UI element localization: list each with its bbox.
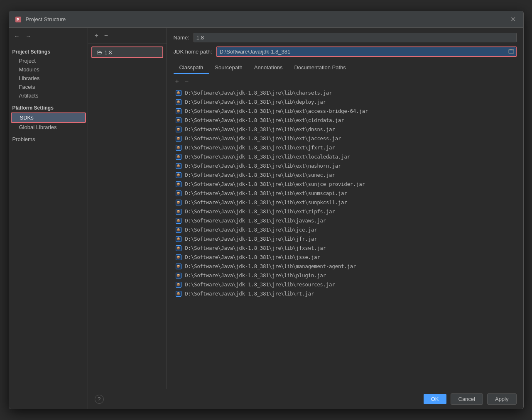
- file-item[interactable]: 📦 D:\Software\Java\jdk-1.8_381\jre\lib\e…: [174, 152, 517, 161]
- jar-file-icon: 📦: [175, 227, 182, 233]
- file-item[interactable]: 📦 D:\Software\Java\jdk-1.8_381\jre\lib\e…: [174, 207, 517, 216]
- sdk-item-label: 1.8: [105, 49, 112, 56]
- jar-file-icon: 📦: [175, 181, 182, 188]
- file-path: D:\Software\Java\jdk-1.8_381\jre\lib\rt.…: [185, 291, 314, 297]
- sidebar: ← → Project Settings Project Modules Lib…: [9, 28, 88, 409]
- file-item[interactable]: 📦 D:\Software\Java\jdk-1.8_381\jre\lib\e…: [174, 198, 517, 207]
- file-item[interactable]: 📦 D:\Software\Java\jdk-1.8_381\jre\lib\e…: [174, 189, 517, 198]
- classpath-add-button[interactable]: +: [174, 77, 181, 86]
- file-path: D:\Software\Java\jdk-1.8_381\jre\lib\ext…: [185, 209, 335, 215]
- file-item[interactable]: 📦 D:\Software\Java\jdk-1.8_381\jre\lib\j…: [174, 253, 517, 262]
- sidebar-item-global-libraries[interactable]: Global Libraries: [9, 123, 88, 132]
- jar-file-icon: 📦: [175, 199, 182, 206]
- file-path: D:\Software\Java\jdk-1.8_381\jre\lib\ext…: [185, 117, 344, 123]
- sidebar-item-problems[interactable]: Problems: [9, 135, 88, 144]
- file-item[interactable]: 📦 D:\Software\Java\jdk-1.8_381\jre\lib\e…: [174, 180, 517, 189]
- jar-file-icon: 📦: [175, 263, 182, 270]
- jar-file-icon: 📦: [175, 144, 182, 151]
- file-path: D:\Software\Java\jdk-1.8_381\jre\lib\cha…: [185, 90, 332, 96]
- file-item[interactable]: 📦 D:\Software\Java\jdk-1.8_381\jre\lib\r…: [174, 280, 517, 289]
- file-item[interactable]: 📦 D:\Software\Java\jdk-1.8_381\jre\lib\e…: [174, 171, 517, 180]
- jar-file-icon: 📦: [175, 90, 182, 96]
- jar-file-icon: 📦: [175, 108, 182, 115]
- jar-file-icon: 📦: [175, 163, 182, 169]
- jar-file-icon: 📦: [175, 254, 182, 261]
- jar-file-icon: 📦: [175, 190, 182, 197]
- file-path: D:\Software\Java\jdk-1.8_381\jre\lib\ext…: [185, 154, 350, 160]
- file-item[interactable]: 📦 D:\Software\Java\jdk-1.8_381\jre\lib\p…: [174, 271, 517, 280]
- name-row: Name:: [167, 33, 523, 46]
- help-button[interactable]: ?: [95, 395, 104, 404]
- sidebar-item-facets[interactable]: Facets: [9, 83, 88, 91]
- tabs-row: Classpath Sourcepath Annotations Documen…: [167, 62, 523, 74]
- jar-file-icon: 📦: [175, 126, 182, 133]
- sidebar-item-artifacts[interactable]: Artifacts: [9, 91, 88, 100]
- jar-file-icon: 📦: [175, 208, 182, 215]
- file-path: D:\Software\Java\jdk-1.8_381\jre\lib\ext…: [185, 145, 335, 151]
- file-item[interactable]: 📦 D:\Software\Java\jdk-1.8_381\jre\lib\c…: [174, 88, 517, 98]
- file-path: D:\Software\Java\jdk-1.8_381\jre\lib\jav…: [185, 218, 326, 224]
- file-item[interactable]: 📦 D:\Software\Java\jdk-1.8_381\jre\lib\d…: [174, 98, 517, 107]
- file-path: D:\Software\Java\jdk-1.8_381\jre\lib\ext…: [185, 136, 341, 142]
- jar-file-icon: 📦: [175, 99, 182, 105]
- file-item[interactable]: 📦 D:\Software\Java\jdk-1.8_381\jre\lib\j…: [174, 234, 517, 244]
- jar-file-icon: 📦: [175, 272, 182, 279]
- titlebar: P Project Structure ✕: [9, 11, 523, 28]
- sidebar-item-sdks[interactable]: SDKs: [11, 112, 86, 123]
- file-path: D:\Software\Java\jdk-1.8_381\jre\lib\ext…: [185, 172, 335, 178]
- ok-button[interactable]: OK: [424, 394, 446, 404]
- jdk-path-input[interactable]: [217, 47, 516, 56]
- jar-file-icon: 📦: [175, 245, 182, 252]
- jar-file-icon: 📦: [175, 236, 182, 242]
- file-item[interactable]: 📦 D:\Software\Java\jdk-1.8_381\jre\lib\e…: [174, 143, 517, 152]
- tab-classpath[interactable]: Classpath: [174, 62, 209, 74]
- file-path: D:\Software\Java\jdk-1.8_381\jre\lib\jss…: [185, 254, 320, 260]
- file-path: D:\Software\Java\jdk-1.8_381\jre\lib\jfr…: [185, 236, 317, 242]
- file-item[interactable]: 📦 D:\Software\Java\jdk-1.8_381\jre\lib\j…: [174, 244, 517, 253]
- jdk-browse-button[interactable]: [507, 47, 515, 56]
- jdk-label: JDK home path:: [174, 49, 212, 55]
- file-path: D:\Software\Java\jdk-1.8_381\jre\lib\jfx…: [185, 245, 326, 251]
- jar-file-icon: 📦: [175, 281, 182, 288]
- svg-text:P: P: [17, 17, 19, 22]
- add-sdk-button[interactable]: +: [93, 31, 100, 40]
- right-panel: Name: JDK home path:: [167, 28, 523, 389]
- file-path: D:\Software\Java\jdk-1.8_381\jre\lib\ext…: [185, 190, 347, 196]
- tab-documentation-paths[interactable]: Documentation Paths: [288, 62, 351, 74]
- jar-file-icon: 📦: [175, 135, 182, 142]
- jar-file-icon: 📦: [175, 291, 182, 297]
- file-item[interactable]: 📦 D:\Software\Java\jdk-1.8_381\jre\lib\j…: [174, 225, 517, 234]
- sdk-item-1.8[interactable]: 🗁 1.8: [91, 46, 163, 58]
- sidebar-item-modules[interactable]: Modules: [9, 65, 88, 74]
- forward-button[interactable]: →: [24, 32, 33, 40]
- tab-sourcepath[interactable]: Sourcepath: [209, 62, 248, 74]
- file-path: D:\Software\Java\jdk-1.8_381\jre\lib\res…: [185, 282, 335, 288]
- file-item[interactable]: 📦 D:\Software\Java\jdk-1.8_381\jre\lib\e…: [174, 134, 517, 143]
- sdk-list-header: + −: [88, 28, 167, 44]
- file-item[interactable]: 📦 D:\Software\Java\jdk-1.8_381\jre\lib\m…: [174, 262, 517, 271]
- sidebar-item-project[interactable]: Project: [9, 56, 88, 65]
- remove-sdk-button[interactable]: −: [103, 31, 110, 40]
- file-item[interactable]: 📦 D:\Software\Java\jdk-1.8_381\jre\lib\e…: [174, 116, 517, 125]
- file-path: D:\Software\Java\jdk-1.8_381\jre\lib\man…: [185, 264, 356, 269]
- file-item[interactable]: 📦 D:\Software\Java\jdk-1.8_381\jre\lib\e…: [174, 125, 517, 134]
- file-item[interactable]: 📦 D:\Software\Java\jdk-1.8_381\jre\lib\r…: [174, 289, 517, 298]
- classpath-remove-button[interactable]: −: [183, 77, 190, 86]
- name-input[interactable]: [194, 33, 517, 42]
- jar-file-icon: 📦: [175, 172, 182, 178]
- apply-button[interactable]: Apply: [487, 393, 517, 405]
- bottom-right-buttons: OK Cancel Apply: [424, 393, 517, 405]
- file-item[interactable]: 📦 D:\Software\Java\jdk-1.8_381\jre\lib\e…: [174, 161, 517, 171]
- back-button[interactable]: ←: [12, 32, 22, 40]
- tab-annotations[interactable]: Annotations: [248, 62, 289, 74]
- cancel-button[interactable]: Cancel: [451, 393, 483, 405]
- file-path: D:\Software\Java\jdk-1.8_381\jre\lib\ext…: [185, 108, 368, 114]
- jar-file-icon: 📦: [175, 217, 182, 224]
- file-item[interactable]: 📦 D:\Software\Java\jdk-1.8_381\jre\lib\j…: [174, 216, 517, 225]
- nav-buttons: ← →: [9, 31, 88, 43]
- sidebar-item-libraries[interactable]: Libraries: [9, 74, 88, 83]
- file-path: D:\Software\Java\jdk-1.8_381\jre\lib\ext…: [185, 200, 347, 205]
- main-layout: ← → Project Settings Project Modules Lib…: [9, 28, 523, 409]
- file-item[interactable]: 📦 D:\Software\Java\jdk-1.8_381\jre\lib\e…: [174, 107, 517, 116]
- close-button[interactable]: ✕: [508, 15, 518, 24]
